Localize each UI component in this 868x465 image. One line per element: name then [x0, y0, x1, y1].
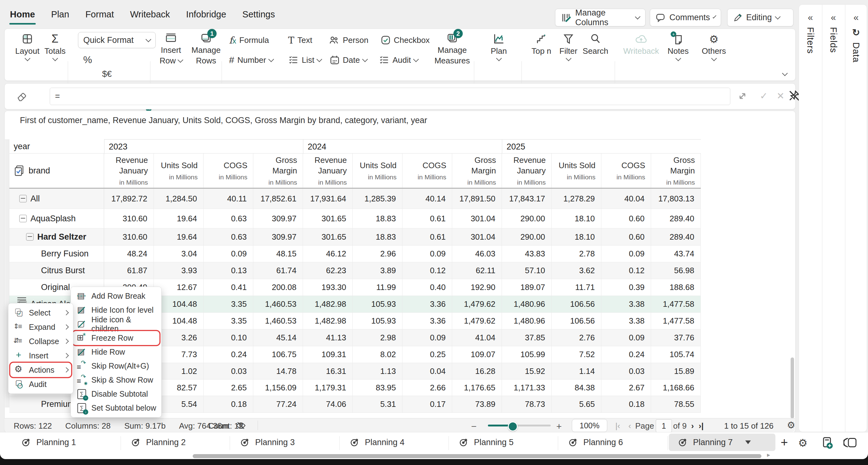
menu-item-hide-icon-children[interactable]: ▢Hide icon & children — [73, 317, 159, 331]
value-cell[interactable]: 1.14 — [552, 363, 601, 379]
insert-row-button[interactable]: Insert Row — [156, 33, 186, 66]
value-cell[interactable]: 0.18 — [204, 396, 253, 412]
value-cell[interactable]: 0.60 — [601, 209, 651, 228]
value-cell[interactable]: 3.35 — [204, 296, 253, 312]
menu-item-add-row-break[interactable]: ▤Add Row Break — [73, 289, 159, 303]
value-cell[interactable]: 57.10 — [502, 262, 552, 279]
value-cell[interactable]: 0.13 — [204, 262, 253, 279]
menu-item-format[interactable]: Format — [85, 8, 115, 21]
value-cell[interactable]: 40.04 — [601, 189, 651, 209]
value-cell[interactable]: 19.64 — [154, 228, 204, 245]
measure-header[interactable]: Revenue Januaryin Millions — [303, 154, 353, 188]
value-cell[interactable]: 0.09 — [402, 246, 452, 262]
value-cell[interactable]: 1,460.53 — [253, 296, 303, 312]
ribbon-collapse-chevron[interactable] — [783, 72, 787, 78]
value-cell[interactable]: 3.35 — [204, 313, 253, 329]
sheet-tab-2[interactable]: Planning 2 — [122, 434, 228, 451]
year-group-header[interactable]: 2024 — [303, 139, 502, 153]
value-cell[interactable]: 37.76 — [651, 330, 701, 346]
brand-header-cell[interactable]: brand — [9, 154, 104, 188]
menu-item-settings[interactable]: Settings — [242, 8, 276, 21]
value-cell[interactable]: 1,479.62 — [452, 296, 502, 312]
value-cell[interactable]: 309.97 — [253, 209, 303, 228]
value-cell[interactable]: 16.31 — [303, 363, 353, 379]
expand-formula-icon[interactable] — [737, 90, 748, 102]
date-column-button[interactable]: Date — [330, 53, 367, 67]
value-cell[interactable]: 15.89 — [651, 363, 701, 379]
value-cell[interactable]: 74.06 — [303, 396, 353, 412]
value-cell[interactable]: 193.30 — [303, 279, 353, 296]
value-cell[interactable]: 1,477.58 — [651, 313, 701, 329]
menu-item-actions[interactable]: ⚙Actions — [10, 363, 71, 377]
value-cell[interactable]: 17,891.50 — [452, 189, 502, 209]
scroll-right-arrow-icon[interactable]: ▸ — [767, 451, 770, 459]
value-cell[interactable]: 19.64 — [154, 209, 204, 228]
value-cell[interactable]: 310.60 — [104, 228, 154, 245]
filter-button[interactable]: Filter — [557, 33, 580, 61]
menu-item-expand[interactable]: ⇕≡Expand — [10, 320, 71, 334]
measure-header[interactable]: Revenue Januaryin Millions — [104, 154, 154, 188]
value-cell[interactable]: 2.67 — [601, 379, 651, 396]
value-cell[interactable]: 1,480.96 — [502, 296, 552, 312]
person-column-button[interactable]: Person — [329, 33, 368, 47]
value-cell[interactable]: 1,171.33 — [502, 379, 552, 396]
audit-column-button[interactable]: Audit — [379, 53, 418, 67]
value-cell[interactable]: 0.63 — [204, 228, 253, 245]
value-cell[interactable]: 188.68 — [651, 279, 701, 296]
value-cell[interactable]: 1,168.66 — [651, 379, 701, 396]
value-cell[interactable]: 109.07 — [452, 346, 502, 363]
prev-page-icon[interactable]: ‹ — [628, 421, 631, 431]
value-cell[interactable]: 41.13 — [303, 330, 353, 346]
value-cell[interactable]: 0.10 — [204, 330, 253, 346]
value-cell[interactable]: 8.02 — [353, 346, 402, 363]
value-cell[interactable]: 290.00 — [502, 209, 552, 228]
value-cell[interactable]: 0.61 — [402, 209, 452, 228]
value-cell[interactable]: 301.04 — [452, 209, 502, 228]
value-cell[interactable]: 7.52 — [552, 346, 601, 363]
value-cell[interactable]: 192.90 — [452, 279, 502, 296]
collapse-double-chevron-icon[interactable]: « — [854, 12, 859, 23]
side-panel-data[interactable]: «↻Data — [845, 5, 867, 432]
number-column-button[interactable]: # Number — [229, 53, 273, 67]
value-cell[interactable]: 43.74 — [651, 246, 701, 262]
value-cell[interactable]: 0.03 — [204, 363, 253, 379]
value-cell[interactable]: 0.41 — [204, 279, 253, 296]
menu-item-disable-subtotal[interactable]: ∑−Disable Subtotal — [73, 387, 159, 401]
value-cell[interactable]: 48.15 — [253, 246, 303, 262]
value-cell[interactable]: 46.12 — [303, 246, 353, 262]
zoom-slider[interactable] — [488, 425, 551, 427]
value-cell[interactable]: 105.93 — [353, 296, 402, 312]
table-row[interactable]: Hard Seltzer310.6019.640.63309.97301.651… — [9, 228, 701, 246]
zoom-level-box[interactable]: 100% — [572, 419, 607, 432]
value-cell[interactable]: 2.98 — [353, 330, 402, 346]
value-cell[interactable]: 14.78 — [253, 363, 303, 379]
menu-item-home[interactable]: Home — [9, 8, 36, 21]
row-label-cell[interactable]: Citrus Burst — [9, 262, 104, 279]
value-cell[interactable]: 17,852.61 — [253, 189, 303, 209]
year-group-header[interactable]: 2025 — [502, 139, 701, 153]
zoom-slider-knob[interactable] — [508, 422, 518, 431]
value-cell[interactable]: 290.00 — [502, 228, 552, 245]
menu-item-plan[interactable]: Plan — [51, 8, 70, 21]
value-cell[interactable]: 84.38 — [552, 379, 601, 396]
measure-header[interactable]: COGSin Millions — [402, 154, 452, 188]
menu-item-writeback[interactable]: Writeback — [129, 8, 170, 21]
new-view-icon[interactable] — [820, 436, 834, 449]
value-cell[interactable]: 3.93 — [154, 262, 204, 279]
row-label-cell[interactable]: Berry Fusion — [9, 246, 104, 262]
value-cell[interactable]: 0.09 — [601, 330, 651, 346]
zoom-in-icon[interactable]: + — [556, 421, 562, 432]
value-cell[interactable]: 45.14 — [253, 330, 303, 346]
value-cell[interactable]: 3.89 — [353, 262, 402, 279]
vertical-scrollbar-thumb[interactable] — [790, 358, 794, 418]
measure-header[interactable]: Units Soldin Millions — [552, 154, 601, 188]
collapse-row-icon[interactable] — [26, 233, 34, 241]
value-cell[interactable]: 105.99 — [502, 346, 552, 363]
menu-item-infobridge[interactable]: Infobridge — [186, 8, 227, 21]
value-cell[interactable]: 3.36 — [402, 313, 452, 329]
quick-format-select[interactable]: Quick Format — [78, 32, 156, 48]
side-panel-fields[interactable]: «Fields — [822, 5, 845, 432]
menu-item-select[interactable]: ▢▢✓Select — [10, 306, 71, 320]
value-cell[interactable]: 0.17 — [402, 396, 452, 412]
value-cell[interactable]: 1,480.96 — [502, 313, 552, 329]
